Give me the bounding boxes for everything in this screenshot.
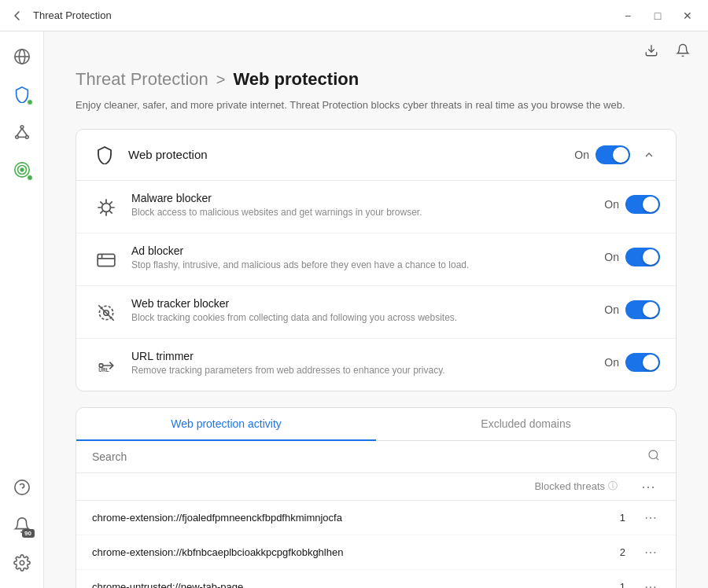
tracker-blocker-row: Web tracker blocker Block tracking cooki… [76, 286, 676, 339]
maximize-button[interactable]: □ [647, 5, 669, 27]
ad-blocker-row: Ad blocker Stop flashy, intrusive, and m… [76, 233, 676, 286]
main-content: Threat Protection > Web protection Enjoy… [44, 31, 708, 588]
tab-excluded[interactable]: Excluded domains [376, 408, 676, 441]
sidebar-item-network[interactable] [6, 116, 38, 148]
row-url: chrome-extension://fjoaledfpmneenckfbpdf… [92, 512, 578, 524]
target-active-dot [27, 175, 33, 181]
breadcrumb-parent[interactable]: Threat Protection [76, 69, 208, 90]
svg-point-14 [20, 560, 24, 565]
row-count: 1 [578, 512, 625, 524]
svg-rect-21 [98, 254, 115, 266]
sidebar: 90 [0, 31, 44, 588]
malware-text: Malware blocker Block access to maliciou… [131, 192, 604, 219]
svg-point-16 [102, 203, 111, 211]
url-trimmer-icon: URL [92, 351, 120, 380]
back-button[interactable] [9, 8, 25, 24]
search-icon [647, 449, 660, 465]
table-row: chrome-extension://fjoaledfpmneenckfbpdf… [76, 501, 676, 535]
sidebar-item-settings[interactable] [6, 547, 38, 579]
bell-button[interactable] [670, 38, 695, 63]
window-controls: − □ ✕ [617, 5, 699, 27]
sidebar-bottom: 90 [6, 472, 38, 579]
breadcrumb-separator: > [216, 71, 226, 89]
svg-line-6 [17, 128, 21, 135]
row-url: chrome-untrusted://new-tab-page [92, 581, 578, 589]
svg-point-11 [20, 168, 24, 171]
blocked-threats-header: Blocked threats ⓘ [534, 480, 618, 493]
expand-button[interactable] [638, 144, 660, 166]
window-title: Threat Protection [33, 9, 617, 21]
url-trimmer-toggle-label: On [604, 356, 619, 369]
row-url: chrome-extension://kbfnbcaeplbcioakkpcpg… [92, 546, 578, 558]
search-input[interactable] [92, 450, 640, 463]
tab-activity[interactable]: Web protection activity [76, 408, 376, 441]
minimize-button[interactable]: − [617, 5, 639, 27]
svg-line-30 [656, 458, 658, 460]
breadcrumb-current: Web protection [233, 69, 359, 90]
notification-badge: 90 [22, 529, 35, 538]
shield-icon [92, 142, 117, 167]
info-icon: ⓘ [608, 480, 618, 493]
sidebar-item-notifications[interactable]: 90 [6, 509, 38, 541]
breadcrumb: Threat Protection > Web protection [76, 69, 677, 90]
url-trimmer-row: URL URL trimmer Remove tracking paramete… [76, 339, 676, 391]
svg-point-3 [20, 126, 24, 129]
row-menu-button[interactable]: ⋯ [641, 510, 660, 525]
page-description: Enjoy cleaner, safer, and more private i… [76, 97, 666, 113]
malware-toggle[interactable] [625, 195, 660, 214]
ad-blocker-icon [92, 246, 120, 274]
row-menu-button[interactable]: ⋯ [641, 579, 660, 589]
table-header: Blocked threats ⓘ ⋯ [76, 473, 676, 501]
sidebar-item-target[interactable] [6, 154, 38, 186]
web-protection-main-row: Web protection On [76, 130, 676, 181]
tracker-desc: Block tracking cookies from collecting d… [131, 311, 604, 325]
url-trimmer-text: URL trimmer Remove tracking parameters f… [131, 350, 604, 377]
svg-line-25 [98, 305, 114, 321]
sidebar-item-globe[interactable] [6, 41, 38, 72]
activity-card: Web protection activity Excluded domains [76, 407, 677, 589]
svg-text:URL: URL [98, 366, 109, 372]
table-row: chrome-extension://kbfnbcaeplbcioakkpcpg… [76, 535, 676, 570]
web-protection-card: Web protection On [76, 129, 677, 391]
sidebar-item-shield[interactable] [6, 79, 38, 110]
activity-tabs: Web protection activity Excluded domains [76, 408, 676, 441]
title-bar: Threat Protection − □ ✕ [0, 0, 708, 31]
close-button[interactable]: ✕ [677, 5, 699, 27]
url-trimmer-toggle[interactable] [625, 353, 660, 372]
row-menu-button[interactable]: ⋯ [641, 545, 660, 560]
ad-blocker-toggle-label: On [604, 251, 619, 263]
malware-desc: Block access to malicious websites and g… [131, 206, 604, 219]
tracker-blocker-text: Web tracker blocker Block tracking cooki… [131, 297, 604, 325]
ad-blocker-toggle-area: On [604, 248, 660, 266]
tracker-toggle-area: On [604, 300, 660, 319]
table-more-header[interactable]: ⋯ [641, 478, 660, 495]
row-count: 2 [578, 546, 625, 558]
ad-blocker-toggle[interactable] [625, 248, 660, 266]
web-protection-toggle-label: On [574, 149, 589, 161]
ad-blocker-desc: Stop flashy, intrusive, and malicious ad… [131, 259, 604, 272]
sidebar-item-help[interactable] [6, 472, 38, 503]
content-body: Threat Protection > Web protection Enjoy… [44, 69, 708, 588]
svg-point-13 [21, 491, 22, 491]
shield-active-dot [27, 99, 33, 105]
malware-blocker-row: Malware blocker Block access to maliciou… [76, 181, 676, 233]
svg-point-12 [14, 480, 28, 494]
svg-line-7 [22, 128, 27, 135]
ad-blocker-title: Ad blocker [131, 244, 604, 257]
tracker-title: Web tracker blocker [131, 297, 604, 310]
malware-toggle-label: On [604, 198, 619, 211]
url-trimmer-title: URL trimmer [131, 350, 604, 362]
web-protection-label: Web protection [128, 148, 574, 161]
svg-point-5 [25, 136, 28, 139]
tracker-toggle-label: On [604, 303, 619, 316]
web-protection-toggle[interactable] [596, 145, 630, 164]
svg-point-29 [649, 450, 658, 459]
search-bar [76, 441, 676, 473]
svg-point-4 [15, 136, 18, 139]
tracker-toggle[interactable] [625, 300, 660, 319]
url-trimmer-desc: Remove tracking parameters from web addr… [131, 364, 604, 377]
content-header [44, 31, 708, 69]
download-button[interactable] [639, 38, 664, 63]
row-count: 1 [578, 581, 625, 589]
tracker-icon [92, 299, 120, 327]
